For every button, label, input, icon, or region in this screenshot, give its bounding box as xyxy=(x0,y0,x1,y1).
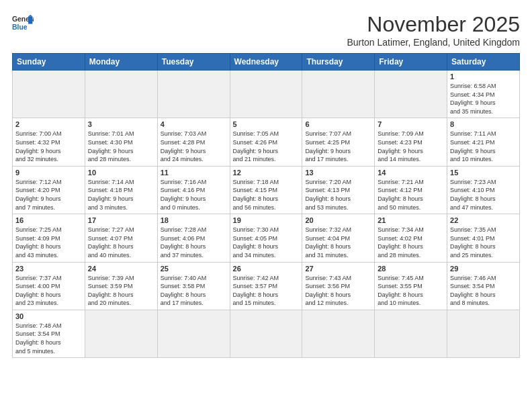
day-number: 8 xyxy=(450,120,517,128)
calendar-cell: 6Sunrise: 7:07 AM Sunset: 4:25 PM Daylig… xyxy=(302,118,375,166)
day-number: 11 xyxy=(161,169,227,177)
day-number: 30 xyxy=(15,312,82,320)
calendar-cell: 21Sunrise: 7:34 AM Sunset: 4:02 PM Dayli… xyxy=(375,214,447,262)
day-info: Sunrise: 7:20 AM Sunset: 4:13 PM Dayligh… xyxy=(305,178,371,212)
day-info: Sunrise: 7:32 AM Sunset: 4:04 PM Dayligh… xyxy=(305,226,371,259)
day-number: 17 xyxy=(88,216,154,224)
header-area: General Blue November 2025 Burton Latime… xyxy=(12,12,520,48)
calendar-table: SundayMondayTuesdayWednesdayThursdayFrid… xyxy=(12,53,520,358)
day-number: 13 xyxy=(305,169,371,177)
day-number: 2 xyxy=(15,120,82,128)
day-info: Sunrise: 7:37 AM Sunset: 4:00 PM Dayligh… xyxy=(15,274,82,308)
day-info: Sunrise: 6:58 AM Sunset: 4:34 PM Dayligh… xyxy=(450,82,517,116)
calendar-cell: 12Sunrise: 7:18 AM Sunset: 4:15 PM Dayli… xyxy=(230,166,302,214)
calendar-cell xyxy=(302,310,375,357)
calendar-cell: 30Sunrise: 7:48 AM Sunset: 3:54 PM Dayli… xyxy=(13,310,85,357)
calendar-cell: 10Sunrise: 7:14 AM Sunset: 4:18 PM Dayli… xyxy=(85,166,157,214)
calendar-cell xyxy=(157,310,230,357)
day-info: Sunrise: 7:21 AM Sunset: 4:12 PM Dayligh… xyxy=(378,178,444,212)
day-info: Sunrise: 7:07 AM Sunset: 4:25 PM Dayligh… xyxy=(305,130,371,163)
day-info: Sunrise: 7:27 AM Sunset: 4:07 PM Dayligh… xyxy=(88,226,154,259)
day-number: 5 xyxy=(233,120,300,128)
calendar-cell: 29Sunrise: 7:46 AM Sunset: 3:54 PM Dayli… xyxy=(447,262,520,310)
calendar-cell xyxy=(375,71,447,118)
day-info: Sunrise: 7:28 AM Sunset: 4:06 PM Dayligh… xyxy=(161,226,227,259)
calendar-cell: 25Sunrise: 7:40 AM Sunset: 3:58 PM Dayli… xyxy=(157,262,230,310)
day-info: Sunrise: 7:00 AM Sunset: 4:32 PM Dayligh… xyxy=(15,130,82,163)
calendar-cell: 17Sunrise: 7:27 AM Sunset: 4:07 PM Dayli… xyxy=(85,214,157,262)
weekday-header-wednesday: Wednesday xyxy=(230,54,302,71)
calendar-cell xyxy=(447,310,520,357)
calendar-cell: 26Sunrise: 7:42 AM Sunset: 3:57 PM Dayli… xyxy=(230,262,302,310)
calendar-cell: 27Sunrise: 7:43 AM Sunset: 3:56 PM Dayli… xyxy=(302,262,375,310)
calendar-cell xyxy=(85,71,157,118)
day-number: 25 xyxy=(161,265,227,273)
calendar-cell: 28Sunrise: 7:45 AM Sunset: 3:55 PM Dayli… xyxy=(375,262,447,310)
calendar-cell: 5Sunrise: 7:05 AM Sunset: 4:26 PM Daylig… xyxy=(230,118,302,166)
day-number: 7 xyxy=(378,120,444,128)
calendar-cell: 8Sunrise: 7:11 AM Sunset: 4:21 PM Daylig… xyxy=(447,118,520,166)
calendar-cell xyxy=(375,310,447,357)
calendar-cell: 19Sunrise: 7:30 AM Sunset: 4:05 PM Dayli… xyxy=(230,214,302,262)
calendar-cell: 9Sunrise: 7:12 AM Sunset: 4:20 PM Daylig… xyxy=(13,166,85,214)
day-number: 19 xyxy=(233,216,300,224)
day-info: Sunrise: 7:09 AM Sunset: 4:23 PM Dayligh… xyxy=(378,130,444,163)
calendar-cell: 7Sunrise: 7:09 AM Sunset: 4:23 PM Daylig… xyxy=(375,118,447,166)
day-info: Sunrise: 7:12 AM Sunset: 4:20 PM Dayligh… xyxy=(15,178,82,212)
location-title: Burton Latimer, England, United Kingdom xyxy=(347,37,520,48)
title-area: November 2025 Burton Latimer, England, U… xyxy=(347,12,520,48)
day-number: 6 xyxy=(305,120,371,128)
calendar-cell: 1Sunrise: 6:58 AM Sunset: 4:34 PM Daylig… xyxy=(447,71,520,118)
calendar-cell xyxy=(13,71,85,118)
day-info: Sunrise: 7:16 AM Sunset: 4:16 PM Dayligh… xyxy=(161,178,227,212)
day-number: 24 xyxy=(88,265,154,273)
day-info: Sunrise: 7:46 AM Sunset: 3:54 PM Dayligh… xyxy=(450,274,517,308)
day-number: 9 xyxy=(15,169,82,177)
calendar-cell: 15Sunrise: 7:23 AM Sunset: 4:10 PM Dayli… xyxy=(447,166,520,214)
day-number: 27 xyxy=(305,265,371,273)
weekday-header-saturday: Saturday xyxy=(447,54,520,71)
weekday-header-thursday: Thursday xyxy=(302,54,375,71)
calendar-cell: 2Sunrise: 7:00 AM Sunset: 4:32 PM Daylig… xyxy=(13,118,85,166)
day-number: 1 xyxy=(450,73,517,81)
day-info: Sunrise: 7:35 AM Sunset: 4:01 PM Dayligh… xyxy=(450,226,517,259)
weekday-header-row: SundayMondayTuesdayWednesdayThursdayFrid… xyxy=(13,54,520,71)
day-info: Sunrise: 7:14 AM Sunset: 4:18 PM Dayligh… xyxy=(88,178,154,212)
day-number: 23 xyxy=(15,265,82,273)
day-number: 20 xyxy=(305,216,371,224)
calendar-cell: 4Sunrise: 7:03 AM Sunset: 4:28 PM Daylig… xyxy=(157,118,230,166)
calendar-cell: 20Sunrise: 7:32 AM Sunset: 4:04 PM Dayli… xyxy=(302,214,375,262)
day-info: Sunrise: 7:48 AM Sunset: 3:54 PM Dayligh… xyxy=(15,322,82,355)
day-number: 15 xyxy=(450,169,517,177)
calendar-cell xyxy=(230,310,302,357)
day-info: Sunrise: 7:01 AM Sunset: 4:30 PM Dayligh… xyxy=(88,130,154,163)
day-info: Sunrise: 7:39 AM Sunset: 3:59 PM Dayligh… xyxy=(88,274,154,308)
day-info: Sunrise: 7:25 AM Sunset: 4:09 PM Dayligh… xyxy=(15,226,82,259)
day-number: 4 xyxy=(161,120,227,128)
day-info: Sunrise: 7:42 AM Sunset: 3:57 PM Dayligh… xyxy=(233,274,300,308)
week-row-0: 1Sunrise: 6:58 AM Sunset: 4:34 PM Daylig… xyxy=(13,71,520,118)
day-number: 18 xyxy=(161,216,227,224)
calendar-cell xyxy=(302,71,375,118)
day-info: Sunrise: 7:45 AM Sunset: 3:55 PM Dayligh… xyxy=(378,274,444,308)
day-number: 26 xyxy=(233,265,300,273)
calendar-cell: 16Sunrise: 7:25 AM Sunset: 4:09 PM Dayli… xyxy=(13,214,85,262)
calendar-cell: 3Sunrise: 7:01 AM Sunset: 4:30 PM Daylig… xyxy=(85,118,157,166)
day-number: 28 xyxy=(378,265,444,273)
calendar-cell: 14Sunrise: 7:21 AM Sunset: 4:12 PM Dayli… xyxy=(375,166,447,214)
day-number: 29 xyxy=(450,265,517,273)
calendar-cell: 13Sunrise: 7:20 AM Sunset: 4:13 PM Dayli… xyxy=(302,166,375,214)
week-row-4: 23Sunrise: 7:37 AM Sunset: 4:00 PM Dayli… xyxy=(13,262,520,310)
day-number: 14 xyxy=(378,169,444,177)
day-number: 3 xyxy=(88,120,154,128)
logo: General Blue xyxy=(12,12,35,34)
month-title: November 2025 xyxy=(347,12,520,37)
svg-marker-2 xyxy=(28,16,32,24)
svg-text:Blue: Blue xyxy=(12,24,28,31)
week-row-1: 2Sunrise: 7:00 AM Sunset: 4:32 PM Daylig… xyxy=(13,118,520,166)
day-number: 22 xyxy=(450,216,517,224)
week-row-3: 16Sunrise: 7:25 AM Sunset: 4:09 PM Dayli… xyxy=(13,214,520,262)
day-info: Sunrise: 7:03 AM Sunset: 4:28 PM Dayligh… xyxy=(161,130,227,163)
calendar-cell: 11Sunrise: 7:16 AM Sunset: 4:16 PM Dayli… xyxy=(157,166,230,214)
day-info: Sunrise: 7:30 AM Sunset: 4:05 PM Dayligh… xyxy=(233,226,300,259)
